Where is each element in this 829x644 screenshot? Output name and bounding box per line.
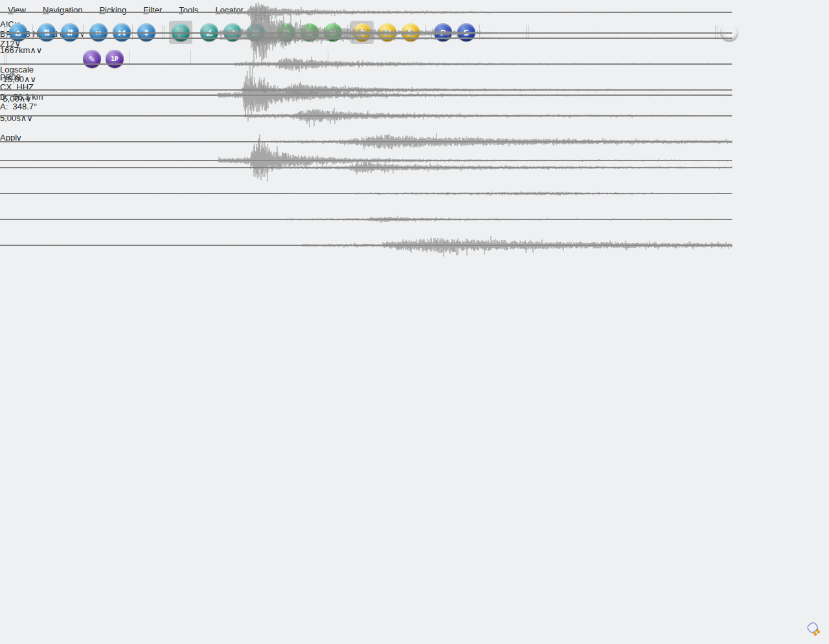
waveform: [0, 82, 732, 97]
waveform: [0, 236, 732, 257]
waveform: [0, 161, 732, 175]
picker-window: ViewNavigationPickingFilterToolsLocator …: [0, 0, 829, 644]
waveform: [0, 191, 732, 196]
time-gridline: [0, 506, 829, 644]
time-gridline: [0, 309, 829, 506]
plug-cursor-icon: [803, 618, 823, 638]
waveform: [0, 108, 732, 128]
waveform: [0, 2, 732, 26]
waveform: [0, 30, 732, 47]
waveform: [0, 216, 732, 223]
